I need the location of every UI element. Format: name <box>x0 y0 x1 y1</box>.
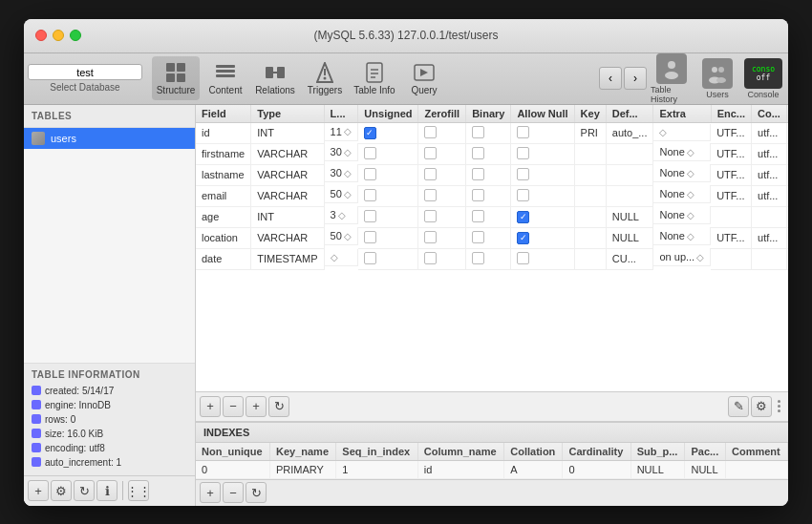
checkbox[interactable] <box>517 189 529 201</box>
field-allownull[interactable] <box>511 248 574 269</box>
checkbox[interactable] <box>472 189 484 201</box>
refresh-index-btn[interactable]: ↻ <box>246 482 267 503</box>
close-button[interactable] <box>35 30 47 41</box>
field-binary[interactable] <box>466 227 511 248</box>
data-table-area[interactable]: Field Type L... Unsigned Zerofill Binary… <box>196 105 788 391</box>
checkbox[interactable] <box>364 127 376 139</box>
field-allownull[interactable] <box>511 227 574 248</box>
checkbox[interactable] <box>424 189 437 201</box>
field-allownull[interactable] <box>511 143 574 164</box>
table-row[interactable]: email VARCHAR 50 ◇ None◇ UTF... utf... ◇ <box>196 185 788 206</box>
checkbox[interactable] <box>364 168 376 180</box>
checkbox[interactable] <box>424 126 437 138</box>
add-field-btn[interactable]: + <box>200 396 221 417</box>
field-allownull[interactable] <box>511 164 574 185</box>
checkbox[interactable] <box>424 210 437 222</box>
field-unsigned[interactable] <box>358 185 418 206</box>
remove-field-btn[interactable]: − <box>223 396 244 417</box>
checkbox[interactable] <box>364 147 376 159</box>
remove-index-btn[interactable]: − <box>223 482 244 503</box>
add-index-btn[interactable]: + <box>200 482 221 503</box>
table-row[interactable]: lastname VARCHAR 30 ◇ None◇ UTF... utf..… <box>196 164 788 185</box>
field-binary[interactable] <box>466 122 511 143</box>
field-binary[interactable] <box>466 185 511 206</box>
field-unsigned[interactable] <box>358 164 418 185</box>
checkbox[interactable] <box>472 126 484 138</box>
db-select-input[interactable]: test <box>28 64 142 80</box>
field-binary[interactable] <box>466 143 511 164</box>
idx-subp: NULL <box>630 460 685 478</box>
users-btn[interactable]: Users <box>696 58 738 99</box>
maximize-button[interactable] <box>70 30 81 41</box>
refresh-fields-btn[interactable]: ↻ <box>268 396 289 417</box>
field-binary[interactable] <box>466 206 511 227</box>
field-type: VARCHAR <box>251 185 324 206</box>
field-zerofill[interactable] <box>418 143 466 164</box>
edit-btn[interactable]: ✎ <box>728 396 749 417</box>
table-row[interactable]: id INT 11 ◇ PRI auto_... ◇ UTF... utf...… <box>196 122 788 143</box>
field-allownull[interactable] <box>511 122 574 143</box>
field-zerofill[interactable] <box>418 248 466 269</box>
sidebar-refresh-btn[interactable]: ↻ <box>74 480 95 501</box>
table-history-btn[interactable]: Table History <box>651 53 693 104</box>
console-btn[interactable]: conso off Console <box>742 58 784 99</box>
checkbox[interactable] <box>472 252 484 264</box>
nav-back-btn[interactable]: ‹ <box>599 67 622 90</box>
toolbar-content-btn[interactable]: Content <box>202 56 249 100</box>
table-item-users[interactable]: users <box>24 128 195 149</box>
checkbox[interactable] <box>517 211 529 223</box>
table-item-name: users <box>51 133 76 144</box>
sidebar-drag-btn[interactable]: ⋮⋮ <box>128 480 149 501</box>
field-unsigned[interactable] <box>358 206 418 227</box>
checkbox[interactable] <box>424 231 437 243</box>
checkbox[interactable] <box>517 252 529 264</box>
table-row[interactable]: age INT 3 ◇ NULL None◇ ◇ <box>196 206 788 227</box>
checkbox[interactable] <box>364 210 376 222</box>
checkbox[interactable] <box>424 147 437 159</box>
field-unsigned[interactable] <box>358 227 418 248</box>
checkbox[interactable] <box>517 232 529 244</box>
field-zerofill[interactable] <box>418 122 466 143</box>
field-zerofill[interactable] <box>418 164 466 185</box>
table-row[interactable]: location VARCHAR 50 ◇ NULL None◇ UTF... … <box>196 227 788 248</box>
sidebar-info-btn[interactable]: ℹ <box>96 480 118 501</box>
checkbox[interactable] <box>424 252 437 264</box>
field-zerofill[interactable] <box>418 185 466 206</box>
checkbox[interactable] <box>472 231 484 243</box>
checkbox[interactable] <box>472 147 484 159</box>
checkbox[interactable] <box>472 210 484 222</box>
field-allownull[interactable] <box>511 185 574 206</box>
index-row[interactable]: 0 PRIMARY 1 id A 0 NULL NULL <box>196 460 788 478</box>
field-binary[interactable] <box>466 248 511 269</box>
toolbar-query-btn[interactable]: Query <box>400 56 448 100</box>
checkbox[interactable] <box>472 168 484 180</box>
toolbar-tableinfo-btn[interactable]: Table Info <box>351 56 398 100</box>
toolbar-structure-btn[interactable]: Structure <box>152 56 200 100</box>
minimize-button[interactable] <box>53 30 64 41</box>
checkbox[interactable] <box>364 252 376 264</box>
checkbox[interactable] <box>517 126 529 138</box>
field-zerofill[interactable] <box>418 206 466 227</box>
field-binary[interactable] <box>466 164 511 185</box>
checkbox[interactable] <box>517 147 529 159</box>
table-row[interactable]: firstname VARCHAR 30 ◇ None◇ UTF... utf.… <box>196 143 788 164</box>
checkbox[interactable] <box>517 168 529 180</box>
field-unsigned[interactable] <box>358 122 418 143</box>
field-unsigned[interactable] <box>358 143 418 164</box>
toolbar-triggers-btn[interactable]: Triggers <box>301 56 349 100</box>
sidebar-settings-btn[interactable]: ⚙ <box>51 480 72 501</box>
scroll-toggle[interactable] <box>774 396 784 417</box>
checkbox[interactable] <box>364 189 376 201</box>
sidebar-add-btn[interactable]: + <box>28 480 49 501</box>
field-allownull[interactable] <box>511 206 574 227</box>
checkbox[interactable] <box>424 168 437 180</box>
field-unsigned[interactable] <box>358 248 418 269</box>
nav-forward-btn[interactable]: › <box>624 67 647 90</box>
field-type: INT <box>251 122 324 143</box>
field-zerofill[interactable] <box>418 227 466 248</box>
table-row[interactable]: date TIMESTAMP ◇ CU... on up...◇ ◇ <box>196 248 788 269</box>
settings-btn[interactable]: ⚙ <box>751 396 772 417</box>
duplicate-field-btn[interactable]: + <box>246 396 267 417</box>
checkbox[interactable] <box>364 231 376 243</box>
toolbar-relations-btn[interactable]: Relations <box>251 56 299 100</box>
